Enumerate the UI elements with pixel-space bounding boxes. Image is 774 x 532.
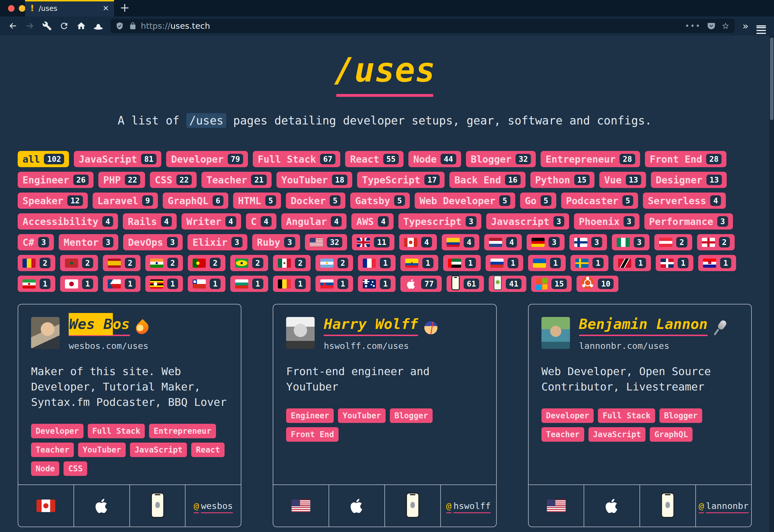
filter-tag-graphql[interactable]: GraphQL6 [163, 193, 228, 209]
filter-tag-javascript[interactable]: Javascript3 [486, 213, 569, 230]
filter-tag-rails[interactable]: Rails4 [123, 213, 177, 230]
back-button[interactable] [5, 18, 21, 34]
profile-tag[interactable]: React [191, 443, 224, 457]
filter-tag-gb[interactable]: 11 [352, 234, 395, 250]
filter-tag-serverless[interactable]: Serverless4 [643, 193, 726, 209]
twitter-handle-link[interactable]: @wesbos [194, 501, 233, 511]
profile-tag[interactable]: Front End [286, 427, 338, 442]
filter-tag-teacher[interactable]: Teacher21 [201, 172, 271, 188]
close-window-button[interactable] [8, 5, 15, 12]
hamburger-menu-icon[interactable] [753, 18, 769, 34]
page-scrollbar[interactable] [769, 35, 774, 532]
filter-tag-elixir[interactable]: Elixir3 [187, 234, 247, 250]
profile-tag[interactable]: Teacher [542, 427, 584, 442]
profile-tag[interactable]: JavaScript [130, 443, 187, 457]
profile-tag[interactable]: CSS [64, 461, 87, 476]
filter-tag-windows[interactable]: 15 [531, 276, 572, 292]
filter-tag-html[interactable]: HTML5 [233, 193, 281, 209]
wrench-icon[interactable] [39, 18, 55, 34]
filter-tag-mx[interactable]: 2 [273, 255, 310, 271]
filter-tag-node[interactable]: Node44 [409, 151, 461, 167]
profile-tag[interactable]: Developer [31, 424, 83, 438]
browser-tab[interactable]: ! /uses ✕ [25, 0, 114, 17]
close-tab-icon[interactable]: ✕ [103, 4, 109, 13]
filter-tag-css[interactable]: CSS22 [150, 172, 197, 188]
filter-tag-podcaster[interactable]: Podcaster5 [561, 193, 638, 209]
profile-tag[interactable]: Teacher [31, 443, 74, 457]
scrollbar-thumb[interactable] [770, 38, 773, 120]
filter-tag-ro[interactable]: 2 [18, 255, 55, 271]
filter-tag-at[interactable]: 2 [654, 234, 692, 250]
filter-tag-full-stack[interactable]: Full Stack67 [253, 151, 340, 167]
filter-tag-ua[interactable]: 1 [528, 255, 566, 271]
filter-tag-co[interactable]: 4 [442, 234, 479, 250]
profile-tag[interactable]: Full Stack [598, 408, 655, 423]
profile-tag[interactable]: Blogger [390, 408, 433, 423]
filter-tag-pt[interactable]: 2 [188, 255, 225, 271]
filter-tag-accessibility[interactable]: Accessibility4 [18, 213, 118, 230]
filter-tag-sk[interactable]: 1 [315, 276, 353, 292]
profile-name-link[interactable]: Benjamin Lannon [579, 317, 708, 336]
filter-tag-javascript[interactable]: JavaScript81 [74, 151, 161, 167]
filter-tag-de[interactable]: 3 [527, 234, 564, 250]
profile-tag[interactable]: Node [31, 461, 59, 476]
filter-tag-front-end[interactable]: Front End28 [645, 151, 727, 167]
filter-tag-docker[interactable]: Docker5 [286, 193, 345, 209]
filter-tag-all[interactable]: all102 [18, 151, 69, 167]
filter-tag-mentor[interactable]: Mentor3 [59, 234, 118, 250]
filter-tag-in[interactable]: 2 [145, 255, 183, 271]
profile-tag[interactable]: Blogger [659, 408, 702, 423]
filter-tag-tt[interactable]: 1 [613, 255, 651, 271]
twitter-handle-link[interactable]: @lannonbr [699, 501, 749, 511]
filter-tag-typescript[interactable]: TypeScript17 [357, 172, 445, 188]
filter-tag-developer[interactable]: Developer79 [166, 151, 248, 167]
filter-tag-ar[interactable]: 2 [315, 255, 353, 271]
filter-tag-go[interactable]: Go5 [520, 193, 556, 209]
filter-tag-ug[interactable]: 1 [145, 276, 183, 292]
filter-tag-es[interactable]: 2 [103, 255, 140, 271]
page-actions-icon[interactable]: ••• [685, 22, 701, 30]
url-bar[interactable]: https://uses.tech ••• [111, 19, 735, 33]
filter-tag-performance[interactable]: Performance3 [644, 213, 733, 230]
filter-tag-phoenix[interactable]: Phoenix3 [574, 213, 640, 230]
new-tab-button[interactable]: + [120, 1, 130, 15]
filter-tag-ca[interactable]: 4 [399, 234, 437, 250]
minimize-window-button[interactable] [19, 5, 25, 12]
filter-tag-ae[interactable]: 1 [443, 255, 481, 271]
filter-tag-cz[interactable]: 1 [103, 276, 140, 292]
profile-tag[interactable]: Developer [542, 408, 594, 423]
filter-tag-entrepreneur[interactable]: Entrepreneur28 [541, 151, 640, 167]
filter-tag-be[interactable]: 1 [273, 276, 310, 292]
profile-tag[interactable]: YouTuber [338, 408, 385, 423]
filter-tag-angular[interactable]: Angular4 [281, 213, 347, 230]
profile-tag[interactable]: YouTuber [78, 443, 126, 457]
profile-name-link[interactable]: Wes Bos [69, 317, 130, 336]
bookmark-star-icon[interactable] [722, 22, 730, 30]
filter-tag-android[interactable]: 41 [489, 276, 526, 292]
filter-tag-back-end[interactable]: Back End16 [450, 172, 525, 188]
filter-tag-jp[interactable]: 1 [60, 276, 98, 292]
profile-tag[interactable]: GraphQL [650, 427, 693, 442]
filter-tag-us[interactable]: 32 [305, 234, 347, 250]
filter-tag-hr[interactable]: 1 [698, 255, 736, 271]
filter-tag-youtuber[interactable]: YouTuber18 [276, 172, 352, 188]
filter-tag-ru[interactable]: 1 [486, 255, 523, 271]
twitter-handle-link[interactable]: @hswolff [446, 501, 491, 511]
filter-tag-ng[interactable]: 3 [612, 234, 650, 250]
reload-button[interactable] [56, 18, 72, 34]
profile-name-link[interactable]: Harry Wolff [324, 317, 418, 336]
filter-tag-do[interactable]: 1 [656, 255, 693, 271]
filter-tag-fr[interactable]: 1 [358, 255, 396, 271]
filter-tag-gatsby[interactable]: Gatsby5 [350, 193, 410, 209]
filter-tag-writer[interactable]: Writer4 [181, 213, 241, 230]
filter-tag-br[interactable]: 2 [230, 255, 268, 271]
filter-tag-c[interactable]: C4 [246, 213, 276, 230]
filter-tag-iphone[interactable]: 61 [447, 276, 484, 292]
profile-tag[interactable]: JavaScript [589, 427, 646, 442]
filter-tag-blogger[interactable]: Blogger32 [466, 151, 536, 167]
filter-tag-bg[interactable]: 1 [230, 276, 268, 292]
filter-tag-fi[interactable]: 3 [569, 234, 607, 250]
filter-tag-cl[interactable]: 1 [188, 276, 225, 292]
filter-tag-ma[interactable]: 2 [60, 255, 98, 271]
filter-tag-au[interactable]: 1 [358, 276, 396, 292]
